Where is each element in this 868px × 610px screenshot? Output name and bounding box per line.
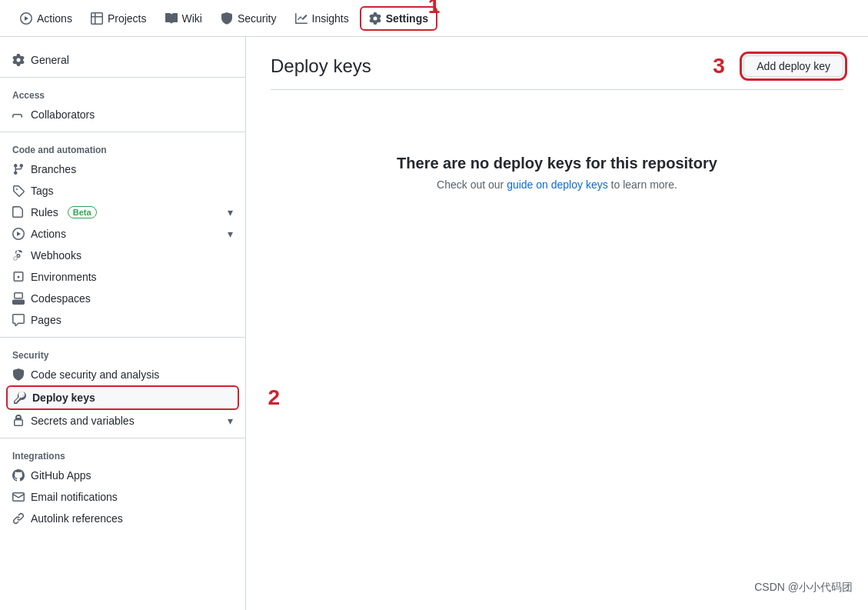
layout: General Access Collaborators Code and au…: [0, 37, 868, 610]
nav-label-projects: Projects: [108, 12, 147, 25]
link-icon: [12, 512, 25, 525]
sidebar-label-tags: Tags: [31, 185, 54, 197]
shield-icon: [221, 12, 233, 25]
book-icon: [165, 12, 178, 25]
section-label-integrations: Integrations: [0, 445, 245, 465]
sidebar-divider-4: [0, 438, 245, 438]
empty-state-desc: Check out our guide on deploy keys to le…: [271, 178, 843, 191]
empty-state-desc-before: Check out our: [437, 178, 507, 191]
add-deploy-key-button[interactable]: Add deploy key: [743, 55, 843, 77]
sidebar-item-webhooks[interactable]: Webhooks: [0, 245, 245, 266]
sidebar-label-actions: Actions: [31, 228, 66, 240]
tag-icon: [12, 185, 25, 197]
key-icon: [14, 392, 26, 404]
empty-state-title: There are no deploy keys for this reposi…: [271, 155, 843, 172]
sidebar-item-email-notifications[interactable]: Email notifications: [0, 486, 245, 508]
sidebar-divider-3: [0, 337, 245, 338]
chevron-down-icon-secrets: ▾: [228, 415, 233, 427]
sidebar-item-branches[interactable]: Branches: [0, 158, 245, 180]
chevron-down-icon-actions: ▾: [228, 228, 233, 240]
sidebar-label-branches: Branches: [31, 163, 76, 175]
sidebar-label-email-notifications: Email notifications: [31, 491, 118, 503]
table-icon: [91, 12, 103, 25]
sidebar-label-environments: Environments: [31, 271, 97, 283]
secret-icon: [12, 415, 25, 427]
guide-link[interactable]: guide on deploy keys: [507, 178, 608, 191]
sidebar-item-collaborators[interactable]: Collaborators: [0, 104, 245, 125]
sidebar-item-environments[interactable]: Environments: [0, 266, 245, 288]
sidebar: General Access Collaborators Code and au…: [0, 37, 246, 610]
sidebar-item-general[interactable]: General: [0, 49, 245, 71]
sidebar-item-autolink[interactable]: Autolink references: [0, 508, 245, 529]
nav-item-actions[interactable]: Actions: [12, 8, 80, 29]
sidebar-label-secrets: Secrets and variables: [31, 415, 135, 427]
nav-label-security: Security: [238, 12, 277, 25]
play-icon-sidebar: [12, 228, 25, 240]
pages-icon: [12, 314, 25, 326]
gear-icon-sidebar: [12, 54, 25, 66]
deploy-keys-row: Deploy keys 2: [0, 385, 245, 410]
sidebar-item-code-security[interactable]: Code security and analysis: [0, 364, 245, 385]
sidebar-label-github-apps: GitHub Apps: [31, 469, 91, 482]
app-icon: [12, 469, 25, 482]
sidebar-label-codespaces: Codespaces: [31, 292, 91, 305]
annotation-step-3: 3: [713, 54, 725, 78]
codespaces-icon: [12, 292, 25, 305]
webhook-icon: [12, 249, 25, 262]
sidebar-label-autolink: Autolink references: [31, 512, 123, 525]
sidebar-item-codespaces[interactable]: Codespaces: [0, 288, 245, 309]
sidebar-label-pages: Pages: [31, 314, 62, 326]
empty-state: There are no deploy keys for this reposi…: [271, 108, 843, 237]
chevron-down-icon-rules: ▾: [228, 206, 233, 218]
sidebar-item-secrets[interactable]: Secrets and variables ▾: [0, 410, 245, 432]
sidebar-divider-2: [0, 132, 245, 132]
sidebar-label-code-security: Code security and analysis: [31, 368, 159, 381]
play-icon: [20, 12, 32, 25]
nav-item-wiki[interactable]: Wiki: [158, 8, 210, 29]
sidebar-item-github-apps[interactable]: GitHub Apps: [0, 465, 245, 486]
rule-icon: [12, 206, 25, 218]
empty-state-desc-after: to learn more.: [608, 178, 677, 191]
section-label-access: Access: [0, 84, 245, 104]
page-header: Deploy keys Add deploy key 3: [271, 55, 843, 90]
sidebar-label-collaborators: Collaborators: [31, 108, 95, 121]
sidebar-item-rules[interactable]: Rules Beta ▾: [0, 202, 245, 223]
sidebar-item-tags[interactable]: Tags: [0, 180, 245, 202]
add-key-wrapper: Add deploy key 3: [743, 55, 843, 77]
section-label-security: Security: [0, 344, 245, 364]
nav-label-settings: Settings: [386, 12, 428, 25]
branch-icon: [12, 163, 25, 175]
nav-label-actions: Actions: [37, 12, 72, 25]
nav-item-settings[interactable]: Settings: [360, 6, 437, 31]
sidebar-label-rules: Rules: [31, 206, 58, 218]
sidebar-label-deploy-keys: Deploy keys: [32, 392, 95, 404]
nav-label-insights: Insights: [312, 12, 349, 25]
nav-item-insights[interactable]: Insights: [288, 8, 357, 29]
email-icon: [12, 491, 25, 503]
page-title: Deploy keys: [271, 55, 371, 77]
gear-icon-nav: [369, 12, 381, 25]
section-label-code: Code and automation: [0, 138, 245, 158]
top-nav: Actions Projects Wiki Security Insights …: [0, 0, 868, 37]
nav-item-security[interactable]: Security: [213, 8, 284, 29]
nav-label-wiki: Wiki: [182, 12, 202, 25]
sidebar-divider-1: [0, 77, 245, 78]
env-icon: [12, 271, 25, 283]
beta-badge: Beta: [68, 206, 97, 218]
sidebar-item-deploy-keys[interactable]: Deploy keys: [6, 385, 239, 410]
shield-lock-icon: [12, 368, 25, 381]
person-icon: [12, 108, 25, 121]
sidebar-label-webhooks: Webhooks: [31, 249, 81, 262]
sidebar-item-actions[interactable]: Actions ▾: [0, 223, 245, 245]
nav-item-projects[interactable]: Projects: [83, 8, 155, 29]
sidebar-label-general: General: [31, 54, 69, 66]
main-content: Deploy keys Add deploy key 3 There are n…: [246, 37, 868, 610]
graph-icon: [295, 12, 308, 25]
sidebar-item-pages[interactable]: Pages: [0, 309, 245, 331]
